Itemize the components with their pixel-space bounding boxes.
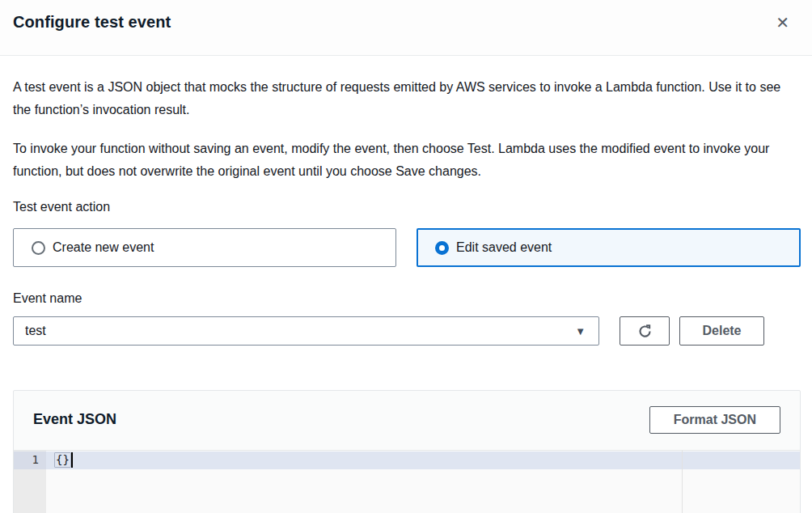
modal-header: Configure test event ✕: [0, 0, 812, 56]
event-name-selected-value: test: [25, 324, 46, 338]
editor-print-margin-ruler: [682, 451, 683, 513]
tile-create-new-event-label: Create new event: [53, 240, 154, 255]
tile-edit-saved-event[interactable]: Edit saved event: [417, 228, 801, 267]
test-event-action-group: Create new event Edit saved event: [13, 228, 801, 267]
radio-selected-icon[interactable]: [435, 241, 449, 255]
event-json-panel-header: Event JSON Format JSON: [14, 391, 800, 450]
format-json-button[interactable]: Format JSON: [649, 406, 780, 434]
tile-create-new-event[interactable]: Create new event: [13, 228, 396, 267]
event-name-select[interactable]: test ▼: [13, 316, 599, 346]
editor-text-cursor: [71, 452, 73, 468]
event-name-row: test ▼ Delete: [13, 316, 801, 346]
tile-edit-saved-event-label: Edit saved event: [456, 240, 552, 255]
event-json-title: Event JSON: [33, 411, 116, 427]
event-name-label: Event name: [13, 290, 801, 307]
modal-title: Configure test event: [13, 13, 171, 32]
chevron-down-icon: ▼: [575, 325, 586, 337]
close-icon[interactable]: ✕: [771, 13, 794, 32]
json-code-editor[interactable]: 1 {}: [14, 450, 800, 513]
intro-paragraph-2: To invoke your function without saving a…: [13, 138, 801, 183]
editor-code-line[interactable]: {}: [54, 452, 73, 468]
event-json-panel: Event JSON Format JSON 1 {}: [13, 390, 801, 513]
delete-button[interactable]: Delete: [679, 316, 764, 346]
radio-unselected-icon[interactable]: [32, 241, 45, 255]
editor-line-number: 1: [14, 453, 39, 466]
refresh-button[interactable]: [620, 316, 670, 346]
test-event-action-label: Test event action: [13, 199, 801, 215]
modal-body: A test event is a JSON object that mocks…: [0, 76, 812, 346]
refresh-icon: [638, 324, 652, 338]
editor-code-text: {}: [54, 452, 71, 468]
intro-paragraph-1: A test event is a JSON object that mocks…: [13, 76, 801, 121]
